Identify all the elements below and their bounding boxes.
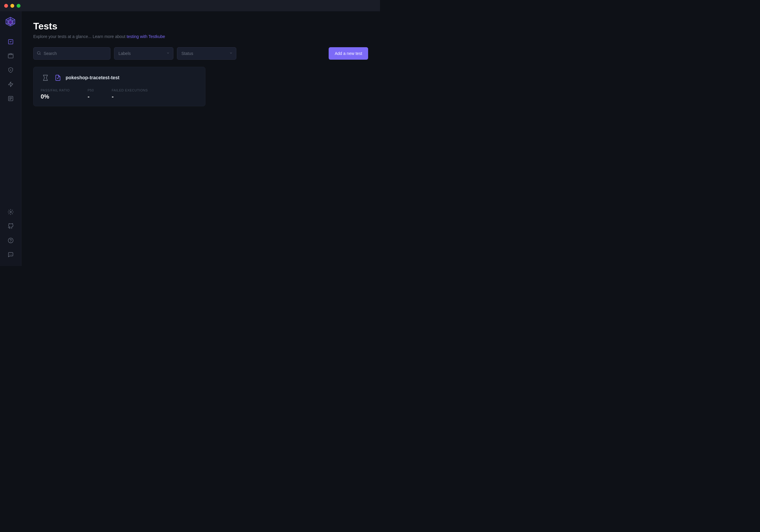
search-input[interactable] (33, 47, 111, 60)
test-file-icon (54, 73, 62, 82)
test-type-icon (41, 73, 50, 82)
maximize-button[interactable] (17, 4, 21, 8)
failed-executions-label: FAILED EXECUTIONS (112, 88, 148, 92)
svg-rect-10 (8, 55, 13, 58)
failed-executions-value: - (112, 93, 148, 100)
svg-point-19 (8, 238, 13, 243)
sidebar-item-executors[interactable] (4, 78, 17, 91)
test-stats: PASS/FAIL RATIO 0% P50 - FAILED EXECUTIO… (41, 88, 198, 100)
main-content: Tests Explore your tests at a glance... … (22, 11, 380, 266)
test-card[interactable]: pokeshop-tracetest-test PASS/FAIL RATIO … (33, 67, 206, 106)
sidebar (0, 11, 22, 266)
sidebar-item-tests[interactable] (4, 35, 17, 48)
stat-pass-fail: PASS/FAIL RATIO 0% (41, 88, 70, 100)
svg-marker-13 (8, 82, 13, 87)
pass-fail-label: PASS/FAIL RATIO (41, 88, 70, 92)
labels-filter-wrapper: Labels (114, 47, 173, 60)
app-logo[interactable] (5, 16, 17, 28)
add-test-button[interactable]: Add a new test (329, 47, 368, 60)
page-title: Tests (33, 21, 368, 32)
learn-more-link[interactable]: testing with Testkube (126, 34, 165, 39)
sidebar-item-help[interactable] (4, 234, 17, 247)
page-subtitle: Explore your tests at a glance... Learn … (33, 34, 368, 39)
svg-point-22 (11, 254, 12, 255)
p50-label: P50 (88, 88, 94, 92)
pass-fail-value: 0% (41, 93, 70, 100)
sidebar-item-triggers[interactable] (4, 64, 17, 76)
sidebar-item-discord[interactable] (4, 248, 17, 261)
search-icon (37, 51, 41, 56)
sidebar-item-scripts[interactable] (4, 92, 17, 105)
stat-p50: P50 - (88, 88, 94, 100)
search-wrapper (33, 47, 111, 60)
app-layout: Tests Explore your tests at a glance... … (0, 11, 380, 266)
svg-line-24 (40, 54, 41, 55)
minimize-button[interactable] (10, 4, 14, 8)
filters-row: Labels Status (33, 47, 368, 60)
titlebar (0, 0, 380, 11)
stat-failed-executions: FAILED EXECUTIONS - (112, 88, 148, 100)
p50-value: - (88, 93, 94, 100)
status-filter-wrapper: Status (177, 47, 236, 60)
close-button[interactable] (4, 4, 8, 8)
status-select[interactable]: Status (177, 47, 236, 60)
svg-point-12 (10, 70, 11, 71)
svg-rect-11 (8, 54, 13, 55)
svg-point-21 (10, 254, 10, 255)
tests-list: pokeshop-tracetest-test PASS/FAIL RATIO … (33, 67, 368, 106)
sidebar-item-github[interactable] (4, 220, 17, 233)
sidebar-item-test-suites[interactable] (4, 49, 17, 62)
sidebar-nav (4, 35, 17, 206)
svg-point-18 (10, 211, 11, 213)
sidebar-item-settings[interactable] (4, 206, 17, 218)
test-card-header: pokeshop-tracetest-test (41, 73, 198, 82)
labels-select[interactable]: Labels (114, 47, 173, 60)
test-name: pokeshop-tracetest-test (66, 75, 119, 80)
sidebar-bottom (4, 206, 17, 261)
